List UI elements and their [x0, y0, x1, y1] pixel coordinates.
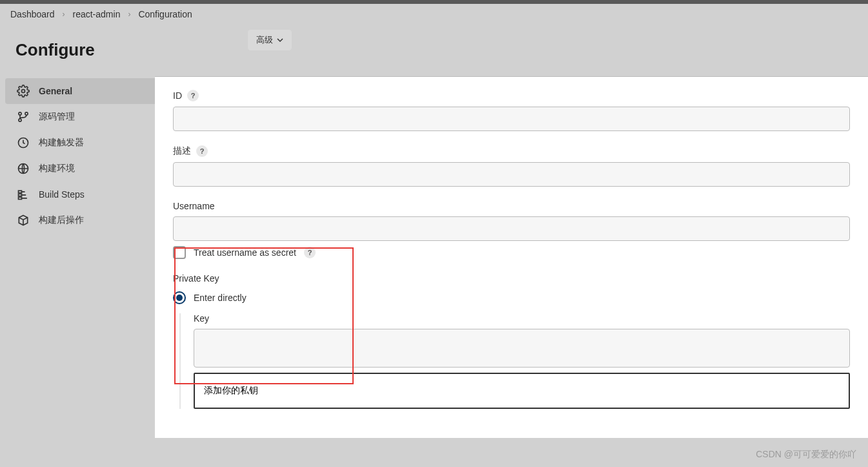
advanced-button-label: 高级 — [256, 34, 273, 46]
branch-icon — [17, 110, 30, 123]
svg-point-0 — [22, 90, 25, 93]
breadcrumb-react-admin[interactable]: react-admin — [73, 9, 121, 19]
desc-label: 描述 — [173, 145, 191, 157]
id-input[interactable] — [173, 107, 850, 131]
box-icon — [17, 214, 30, 227]
username-input[interactable] — [173, 216, 850, 241]
form-row-username: Username Treat username as secret ? — [173, 201, 850, 259]
svg-point-2 — [25, 112, 28, 115]
svg-rect-8 — [19, 197, 22, 199]
private-key-input[interactable] — [194, 373, 850, 409]
help-icon[interactable]: ? — [187, 90, 199, 101]
treat-secret-label: Treat username as secret — [194, 247, 296, 258]
steps-icon — [17, 188, 30, 201]
main-header: 高级 — [155, 25, 868, 76]
chevron-right-icon: › — [128, 10, 130, 19]
svg-rect-6 — [19, 191, 22, 192]
main-area: 高级 ID ? 描述 ? Username — [155, 25, 868, 438]
sidebar-item-source[interactable]: 源码管理 — [5, 104, 155, 130]
chevron-down-icon — [277, 37, 283, 43]
sidebar-item-general[interactable]: General — [5, 78, 155, 104]
svg-point-3 — [19, 119, 21, 121]
sidebar-item-post-build[interactable]: 构建后操作 — [5, 207, 155, 233]
chevron-right-icon: › — [63, 10, 65, 19]
globe-icon — [17, 162, 30, 175]
sidebar-item-build-steps[interactable]: Build Steps — [5, 182, 155, 207]
sidebar-item-label: Build Steps — [39, 189, 85, 200]
form-card: ID ? 描述 ? Username Treat use — [155, 76, 868, 438]
sidebar: Configure General 源码管理 构建触发器 构建环境 — [0, 25, 155, 438]
private-key-body: Key — [179, 313, 850, 409]
form-row-id: ID ? — [173, 90, 850, 131]
sidebar-item-environment[interactable]: 构建环境 — [5, 156, 155, 182]
help-icon[interactable]: ? — [304, 247, 316, 258]
sidebar-item-label: General — [39, 86, 72, 96]
page-title: Configure — [5, 35, 155, 78]
sidebar-item-label: 源码管理 — [39, 111, 75, 123]
breadcrumb: Dashboard › react-admin › Configuration — [0, 4, 868, 25]
sidebar-item-label: 构建环境 — [39, 163, 75, 174]
svg-point-1 — [19, 112, 21, 115]
clock-icon — [17, 136, 30, 149]
sidebar-item-label: 构建触发器 — [39, 137, 84, 149]
svg-rect-7 — [19, 194, 22, 196]
key-display-box — [194, 329, 850, 368]
main-container: Configure General 源码管理 构建触发器 构建环境 — [0, 25, 868, 438]
key-label: Key — [194, 313, 850, 324]
breadcrumb-configuration[interactable]: Configuration — [138, 9, 192, 19]
advanced-button[interactable]: 高级 — [248, 30, 292, 50]
gear-icon — [17, 85, 30, 98]
treat-secret-checkbox[interactable] — [173, 246, 186, 259]
enter-directly-label: Enter directly — [194, 293, 247, 303]
id-label: ID — [173, 90, 182, 101]
sidebar-item-triggers[interactable]: 构建触发器 — [5, 130, 155, 156]
breadcrumb-dashboard[interactable]: Dashboard — [10, 9, 55, 19]
form-row-desc: 描述 ? — [173, 145, 850, 187]
enter-directly-radio[interactable] — [173, 291, 186, 304]
username-label: Username — [173, 201, 215, 211]
help-icon[interactable]: ? — [196, 145, 208, 157]
desc-input[interactable] — [173, 162, 850, 187]
sidebar-item-label: 构建后操作 — [39, 214, 84, 226]
private-key-label: Private Key — [173, 273, 850, 284]
